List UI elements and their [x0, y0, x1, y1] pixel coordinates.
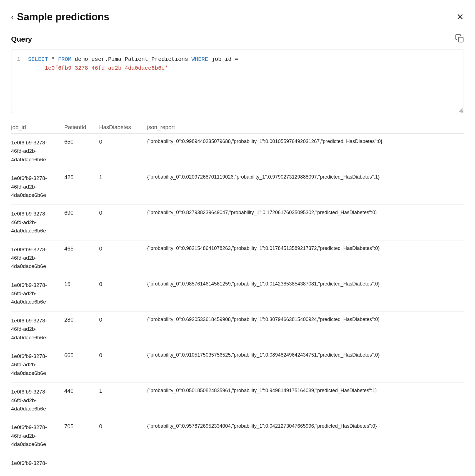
cell-has-diabetes: 0 [99, 240, 147, 276]
table-row: 1e0f6fb9-3278- [11, 454, 464, 469]
cell-job-id: 1e0f6fb9-3278-46fd-ad2b-4da0dace6b6e [11, 134, 64, 169]
cell-patient-id: 465 [64, 240, 99, 276]
sql-condition: job_id = [211, 56, 238, 62]
cell-job-id: 1e0f6fb9-3278-46fd-ad2b-4da0dace6b6e [11, 205, 64, 240]
cell-job-id: 1e0f6fb9-3278-46fd-ad2b-4da0dace6b6e [11, 383, 64, 418]
table-row: 1e0f6fb9-3278-46fd-ad2b-4da0dace6b6e2800… [11, 311, 464, 347]
cell-patient-id: 650 [64, 134, 99, 169]
cell-patient-id: 705 [64, 418, 99, 454]
cell-job-id-partial: 1e0f6fb9-3278- [11, 454, 64, 469]
close-x-button[interactable]: ✕ [456, 12, 464, 21]
cell-empty [99, 454, 147, 469]
table-row: 1e0f6fb9-3278-46fd-ad2b-4da0dace6b6e6500… [11, 134, 464, 169]
line-number: 1 [17, 55, 22, 73]
query-section: Query 1 SELECT * FROM demo_user.Pima_Pat… [11, 34, 464, 113]
query-code: SELECT * FROM demo_user.Pima_Patient_Pre… [28, 55, 458, 73]
table-row: 1e0f6fb9-3278-46fd-ad2b-4da0dace6b6e4650… [11, 240, 464, 276]
sql-select: SELECT [28, 56, 48, 62]
cell-json-report: {"probability_0":0.0501850824835961,"pro… [147, 383, 464, 418]
back-arrow-icon[interactable]: ‹ [11, 13, 14, 21]
svg-rect-0 [458, 37, 463, 42]
query-line-1: 1 SELECT * FROM demo_user.Pima_Patient_P… [17, 55, 458, 73]
page-title: Sample predictions [17, 11, 109, 23]
table-row: 1e0f6fb9-3278-46fd-ad2b-4da0dace6b6e6650… [11, 347, 464, 383]
bottom-bar: CLOSE [11, 469, 464, 476]
cell-has-diabetes: 0 [99, 276, 147, 311]
sql-value: '1e0f6fb9-3278-46fd-ad2b-4da0dace6b6e' [28, 65, 168, 71]
sql-where: WHERE [191, 56, 208, 62]
cell-json-report: {"probability_0":0.9105175035756525,"pro… [147, 347, 464, 383]
cell-json-report: {"probability_0":0.9578726952334004,"pro… [147, 418, 464, 454]
cell-json-report: {"probability_0":0.9989440235079688,"pro… [147, 134, 464, 169]
cell-patient-id: 425 [64, 169, 99, 205]
page-container: ‹ Sample predictions ✕ Query 1 SELECT * … [0, 0, 475, 476]
cell-has-diabetes: 0 [99, 418, 147, 454]
sql-table: demo_user.Pima_Patient_Predictions [75, 56, 191, 62]
table-row: 1e0f6fb9-3278-46fd-ad2b-4da0dace6b6e6900… [11, 205, 464, 240]
table-row: 1e0f6fb9-3278-46fd-ad2b-4da0dace6b6e4401… [11, 383, 464, 418]
table-header: job_id PatientId HasDiabetes json_report [11, 121, 464, 134]
cell-job-id: 1e0f6fb9-3278-46fd-ad2b-4da0dace6b6e [11, 240, 64, 276]
cell-patient-id: 665 [64, 347, 99, 383]
cell-json-report: {"probability_0":0.02097268701119026,"pr… [147, 169, 464, 205]
cell-json-report: {"probability_0":0.6920533618459908,"pro… [147, 311, 464, 347]
cell-json-report: {"probability_0":0.827938239649047,"prob… [147, 205, 464, 240]
cell-patient-id: 15 [64, 276, 99, 311]
cell-has-diabetes: 0 [99, 311, 147, 347]
header-left: ‹ Sample predictions [11, 11, 109, 23]
cell-has-diabetes: 0 [99, 134, 147, 169]
col-patient-id: PatientId [64, 121, 99, 134]
cell-has-diabetes: 0 [99, 205, 147, 240]
col-has-diabetes: HasDiabetes [99, 121, 147, 134]
sql-star: * [51, 56, 58, 62]
cell-has-diabetes: 0 [99, 347, 147, 383]
query-label: Query [11, 34, 464, 45]
table-row: 1e0f6fb9-3278-46fd-ad2b-4da0dace6b6e150{… [11, 276, 464, 311]
results-table: job_id PatientId HasDiabetes json_report… [11, 121, 464, 469]
table-body: 1e0f6fb9-3278-46fd-ad2b-4da0dace6b6e6500… [11, 134, 464, 469]
cell-patient-id: 280 [64, 311, 99, 347]
query-box: 1 SELECT * FROM demo_user.Pima_Patient_P… [11, 49, 464, 113]
cell-has-diabetes: 1 [99, 383, 147, 418]
cell-job-id: 1e0f6fb9-3278-46fd-ad2b-4da0dace6b6e [11, 311, 64, 347]
cell-json-report: {"probability_0":0.9857614614561259,"pro… [147, 276, 464, 311]
header: ‹ Sample predictions ✕ [11, 11, 464, 23]
col-json-report: json_report [147, 121, 464, 134]
header-row: job_id PatientId HasDiabetes json_report [11, 121, 464, 134]
cell-empty [147, 454, 464, 469]
col-job-id: job_id [11, 121, 64, 134]
cell-has-diabetes: 1 [99, 169, 147, 205]
cell-patient-id: 690 [64, 205, 99, 240]
copy-icon[interactable] [455, 34, 464, 45]
cell-job-id: 1e0f6fb9-3278-46fd-ad2b-4da0dace6b6e [11, 169, 64, 205]
table-row: 1e0f6fb9-3278-46fd-ad2b-4da0dace6b6e7050… [11, 418, 464, 454]
cell-patient-id: 440 [64, 383, 99, 418]
table-container: job_id PatientId HasDiabetes json_report… [11, 121, 464, 469]
cell-json-report: {"probability_0":0.9821548641078263,"pro… [147, 240, 464, 276]
table-row: 1e0f6fb9-3278-46fd-ad2b-4da0dace6b6e4251… [11, 169, 464, 205]
cell-empty [64, 454, 99, 469]
cell-job-id: 1e0f6fb9-3278-46fd-ad2b-4da0dace6b6e [11, 276, 64, 311]
cell-job-id: 1e0f6fb9-3278-46fd-ad2b-4da0dace6b6e [11, 347, 64, 383]
sql-from: FROM [58, 56, 71, 62]
cell-job-id: 1e0f6fb9-3278-46fd-ad2b-4da0dace6b6e [11, 418, 64, 454]
